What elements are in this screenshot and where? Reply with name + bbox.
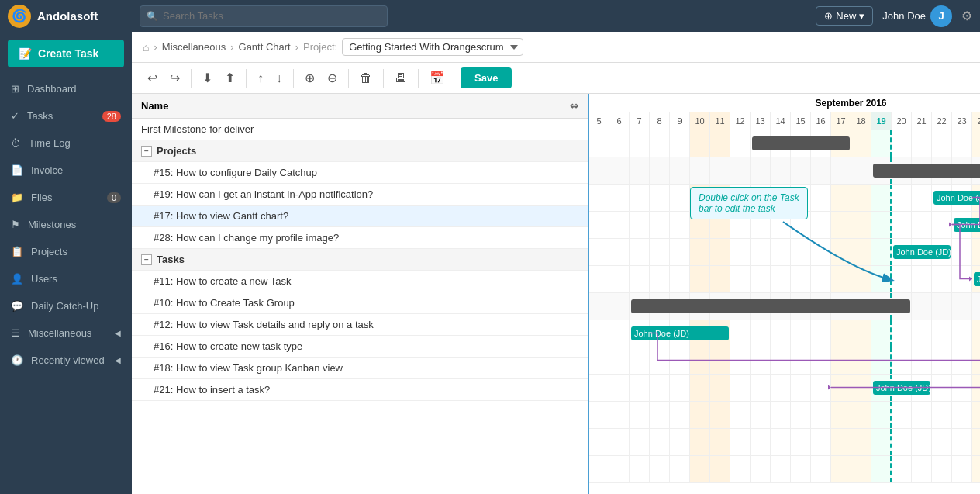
- settings-icon[interactable]: ⚙: [961, 9, 972, 23]
- brand-name: Andolasoft: [37, 9, 98, 22]
- undo-button[interactable]: ↩: [143, 67, 162, 88]
- toolbar-separator-2: [246, 69, 247, 88]
- project-label: Project:: [303, 41, 337, 53]
- task-list-header-label: Name: [141, 100, 168, 112]
- print-button[interactable]: 🖶: [390, 68, 412, 88]
- timelog-icon: ⏱: [11, 137, 21, 149]
- milestone-row[interactable]: First Milestone for deliver: [132, 119, 588, 140]
- sidebar-item-users[interactable]: 👤 Users: [0, 265, 132, 292]
- move-up-button[interactable]: ↑: [253, 68, 268, 88]
- sidebar-item-dashboard[interactable]: ⊞ Dashboard: [0, 75, 132, 102]
- main-content: ⌂ › Miscellaneous › Gantt Chart › Projec…: [132, 32, 980, 494]
- task-row-11[interactable]: #11: How to create a new Task: [132, 271, 588, 292]
- recent-icon: 🕐: [11, 354, 23, 366]
- misc-chevron-icon: ◀: [115, 329, 121, 337]
- invoice-icon: 📄: [11, 164, 23, 176]
- zoom-in-button[interactable]: ⊕: [300, 67, 319, 88]
- home-icon[interactable]: ⌂: [143, 41, 149, 54]
- task-list: Name ⇔ First Milestone for deliver − Pro…: [132, 94, 589, 494]
- gantt-bar[interactable]: [752, 136, 850, 150]
- projects-collapse-icon[interactable]: −: [141, 146, 152, 157]
- users-icon: 👤: [11, 273, 23, 285]
- sidebar-item-invoice[interactable]: 📄 Invoice: [0, 157, 132, 184]
- plus-icon: ⊕: [824, 10, 833, 22]
- dashboard-icon: ⊞: [11, 83, 19, 95]
- task-row-12[interactable]: #12: How to view Task details and reply …: [132, 314, 588, 336]
- misc-icon: ☰: [11, 327, 20, 339]
- sidebar-item-milestones[interactable]: ⚑ Milestones: [0, 211, 132, 238]
- delete-button[interactable]: 🗑: [355, 68, 377, 88]
- task-row-16[interactable]: #16: How to create new task type: [132, 336, 588, 358]
- recent-chevron-icon: ◀: [115, 356, 121, 364]
- collapse-panel-icon[interactable]: ⇔: [570, 100, 578, 112]
- gantt-rows: John Doe (JJohn Doe (JD)John Doe (JD)Joh…: [589, 130, 980, 483]
- gantt-row: [589, 130, 980, 157]
- sidebar-item-projects[interactable]: 📋 Projects: [0, 238, 132, 265]
- sidebar-item-timelog[interactable]: ⏱ Time Log: [0, 130, 132, 157]
- task-row-21[interactable]: #21: How to insert a task?: [132, 379, 588, 401]
- tasks-section-header[interactable]: − Tasks: [132, 249, 588, 271]
- brand: 🌀 Andolasoft: [8, 5, 140, 28]
- gantt-row: John Doe (JD): [589, 402, 980, 429]
- search-bar[interactable]: 🔍: [140, 5, 388, 27]
- task-row-17[interactable]: #17: How to view Gantt chart?: [132, 206, 588, 227]
- gantt-chart[interactable]: September 201656789101112131415161718192…: [589, 94, 980, 494]
- redo-button[interactable]: ↪: [165, 67, 185, 88]
- gantt-bar[interactable]: John Doe (JD): [893, 245, 951, 259]
- sidebar-item-recently-viewed[interactable]: 🕐 Recently viewed ◀: [0, 347, 132, 374]
- navbar-right: ⊕ New ▾ John Doe J ⚙: [816, 5, 972, 27]
- sidebar-item-tasks[interactable]: ✓ Tasks 28: [0, 102, 132, 130]
- navbar: 🌀 Andolasoft 🔍 ⊕ New ▾ John Doe J ⚙: [0, 0, 980, 32]
- search-icon: 🔍: [147, 11, 158, 22]
- gantt-bar[interactable]: John Doe (JD): [873, 381, 930, 395]
- task-row-10[interactable]: #10: How to Create Task Group: [132, 292, 588, 314]
- gantt-row: John Doe (JD): [589, 320, 980, 347]
- breadcrumb-miscellaneous[interactable]: Miscellaneous: [162, 41, 226, 53]
- new-button[interactable]: ⊕ New ▾: [816, 6, 873, 26]
- sidebar: 📝 Create Task ⊞ Dashboard ✓ Tasks 28 ⏱ T…: [0, 32, 132, 494]
- files-icon: 📁: [11, 192, 23, 203]
- zoom-out-button[interactable]: ⊖: [323, 67, 342, 88]
- gantt-bar[interactable]: [631, 299, 910, 313]
- task-row-18[interactable]: #18: How to view Task group Kanban view: [132, 358, 588, 379]
- calendar-button[interactable]: 📅: [425, 67, 450, 88]
- task-row-15[interactable]: #15: How to configure Daily Catchup: [132, 162, 588, 184]
- task-list-header: Name ⇔: [132, 94, 588, 119]
- toolbar-separator-6: [418, 69, 419, 88]
- task-row-19[interactable]: #19: How can I get an instant In-App not…: [132, 184, 588, 206]
- projects-section-header[interactable]: − Projects: [132, 140, 588, 162]
- move-down-button[interactable]: ↓: [271, 68, 287, 88]
- sidebar-item-files[interactable]: 📁 Files 0: [0, 184, 132, 211]
- project-selector[interactable]: Getting Started With Orangescrum Other P…: [342, 38, 523, 56]
- user-info[interactable]: John Doe J: [882, 5, 952, 27]
- search-input[interactable]: [163, 10, 381, 22]
- sidebar-item-miscellaneous[interactable]: ☰ Miscellaneous ◀: [0, 320, 132, 347]
- files-badge: 0: [107, 192, 121, 203]
- tasks-badge: 28: [102, 111, 121, 122]
- gantt-bar[interactable]: John Doe (J: [933, 191, 980, 205]
- catchup-icon: 💬: [11, 300, 23, 312]
- user-name: John Doe: [882, 10, 926, 22]
- toolbar-separator-1: [191, 69, 192, 88]
- tasks-icon: ✓: [11, 110, 19, 122]
- sidebar-item-daily-catchup[interactable]: 💬 Daily Catch-Up: [0, 292, 132, 320]
- gantt-row: John Doe (J: [589, 347, 980, 375]
- gantt-bar[interactable]: [873, 164, 980, 178]
- gantt-bar[interactable]: John Doe (JD): [631, 326, 729, 340]
- breadcrumb: ⌂ › Miscellaneous › Gantt Chart › Projec…: [132, 32, 980, 63]
- indent-decrease-button[interactable]: ⬆: [220, 67, 240, 88]
- create-task-button[interactable]: 📝 Create Task: [8, 40, 124, 67]
- gantt-bar[interactable]: John Doe (JD): [974, 272, 980, 286]
- breadcrumb-gantt[interactable]: Gantt Chart: [239, 41, 291, 53]
- save-button[interactable]: Save: [461, 67, 512, 88]
- chevron-down-icon: ▾: [859, 10, 864, 22]
- indent-increase-button[interactable]: ⬇: [198, 67, 217, 88]
- toolbar: ↩ ↪ ⬇ ⬆ ↑ ↓ ⊕ ⊖ 🗑 🖶 📅 Save: [132, 63, 980, 94]
- gantt-row: John Doe (JD): [589, 239, 980, 266]
- tasks-collapse-icon[interactable]: −: [141, 254, 152, 265]
- task-row-28[interactable]: #28: How can I change my profile image?: [132, 227, 588, 249]
- breadcrumb-separator-3: ›: [295, 41, 298, 53]
- gantt-row: [589, 157, 980, 185]
- toolbar-separator-5: [383, 69, 384, 88]
- gantt-bar[interactable]: John Doe (JD): [954, 218, 980, 232]
